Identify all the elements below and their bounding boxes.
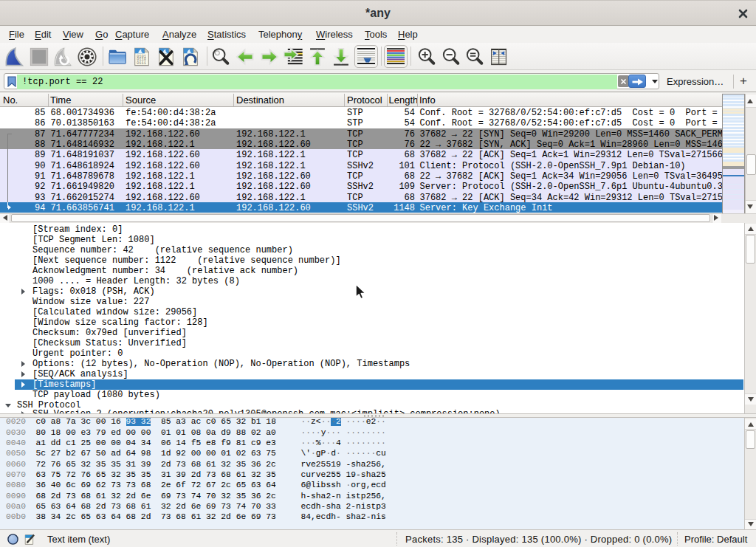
svg-text:0111: 0111 xyxy=(137,61,146,66)
